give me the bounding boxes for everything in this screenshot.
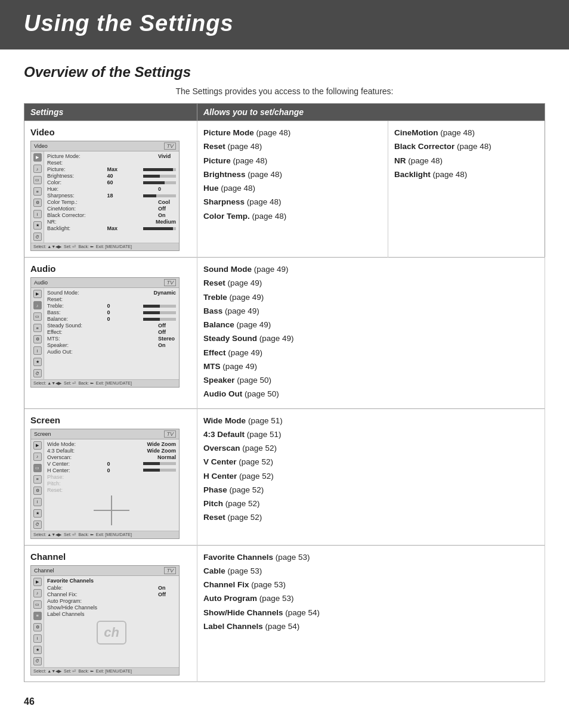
- tv-screen-reset-row: Reset:: [47, 487, 176, 493]
- table-row-video: Video Video TV ▶ ♪ ▭ ≡: [24, 121, 545, 258]
- video-features-col1: Picture Mode (page 48) Reset (page 48) P…: [197, 121, 388, 258]
- tv-bass-row: Bass: 0: [47, 309, 176, 315]
- tv-vcenter-bar: [143, 462, 176, 465]
- audio-icon-channel: ≡: [33, 324, 42, 332]
- channel-tv-label: TV: [164, 567, 176, 574]
- tv-bass-value: 0: [107, 309, 125, 315]
- tv-blackcorrector-value: On: [158, 212, 176, 218]
- icon-timer: ⏱: [33, 233, 42, 241]
- tv-mts-row: MTS: Stereo: [47, 336, 176, 342]
- tv-bass-bar: [143, 311, 176, 314]
- feature-phase: Phase (page 52): [203, 484, 539, 496]
- feature-43-default: 4:3 Default (page 51): [203, 429, 539, 441]
- tv-channelfix-value: Off: [158, 591, 176, 597]
- page-title: Using the Settings: [24, 11, 234, 36]
- icon-setup: ⚙: [33, 199, 42, 207]
- tv-picture-bar: [143, 168, 176, 171]
- screen-icon-audio: ♪: [33, 453, 42, 461]
- icon-screen: ▭: [33, 176, 42, 184]
- audio-icon-timer: ⏱: [33, 369, 42, 377]
- feature-auto-program: Auto Program (page 53): [203, 593, 539, 605]
- audio-label: Audio: [30, 264, 191, 274]
- icon-channel: ≡: [33, 187, 42, 196]
- tv-treble-row: Treble: 0: [47, 303, 176, 309]
- tv-fav-channels-header: Favorite Channels: [47, 578, 176, 584]
- channel-icon-screen: ▭: [33, 600, 42, 609]
- feature-cable: Cable (page 53): [203, 565, 539, 577]
- tv-fav-label: Favorite Channels: [47, 578, 94, 584]
- channel-tv-mockup: Channel TV ▶ ♪ ▭ ≡ ⚙ i ★: [30, 565, 180, 676]
- feature-overscan: Overscan (page 52): [203, 442, 539, 454]
- tv-showhide-label: Show/Hide Channels: [47, 605, 97, 611]
- tv-picture-label: Picture:: [47, 166, 89, 172]
- tv-blackcorrector-row: Black Corrector: On: [47, 212, 176, 218]
- audio-mockup-title: Audio: [34, 280, 48, 286]
- intro-text: The Settings provides you access to the …: [24, 86, 545, 96]
- feature-vcenter: V Center (page 52): [203, 456, 539, 468]
- screen-icon-setup: ⚙: [33, 487, 42, 495]
- feature-show-hide-channels: Show/Hide Channels (page 54): [203, 607, 539, 619]
- video-mockup-title: Video: [34, 143, 48, 149]
- tv-channelfix-row: Channel Fix: Off: [47, 591, 176, 597]
- settings-table: Settings Allows you to set/change Video …: [24, 103, 545, 682]
- tv-effect-row: Effect: Off: [47, 329, 176, 335]
- tv-treble-label: Treble:: [47, 303, 89, 309]
- channel-mockup-footer: Select: ▲▼◀▶ Set: ⏎ Back: ⬅ Exit: [MENU/…: [31, 667, 179, 675]
- icon-audio: ♪: [33, 165, 42, 173]
- feature-brightness: Brightness (page 48): [203, 169, 382, 181]
- tv-steadysound-value: Off: [158, 323, 176, 329]
- tv-audioout-row: Audio Out:: [47, 349, 176, 355]
- tv-soundmode-label: Sound Mode:: [47, 290, 89, 296]
- tv-audio-reset-row: Reset:: [47, 296, 176, 302]
- channel-icon-info: i: [33, 634, 42, 643]
- tv-nr-value: Medium: [156, 219, 176, 225]
- tv-treble-bar: [143, 305, 176, 308]
- tv-channelfix-label: Channel Fix:: [47, 591, 89, 597]
- tv-balance-bar: [143, 318, 176, 321]
- tv-vcenter-row: V Center: 0: [47, 461, 176, 467]
- screen-mockup-content: Wide Mode: Wide Zoom 4:3 Default: Wide Z…: [44, 439, 179, 531]
- feature-backlight: Backlight (page 48): [394, 169, 539, 181]
- audio-tv-mockup: Audio TV ▶ ♪ ▭ ≡ ⚙ i ★: [30, 277, 180, 388]
- tv-cable-row: Cable: On: [47, 585, 176, 591]
- audio-icon-fav: ★: [33, 358, 42, 366]
- feature-reset-video: Reset (page 48): [203, 141, 382, 153]
- screen-icon-timer: ⏱: [33, 521, 42, 529]
- tv-overscan-row: Overscan: Normal: [47, 454, 176, 460]
- tv-labelchannels-label: Label Channels: [47, 611, 89, 617]
- tv-brightness-value: 40: [107, 173, 125, 179]
- feature-color-temp: Color Temp. (page 48): [203, 210, 382, 222]
- channel-mockup-title: Channel: [34, 568, 54, 574]
- audio-mockup-icons: ▶ ♪ ▭ ≡ ⚙ i ★ ⏱: [31, 288, 44, 379]
- tv-43default-label: 4:3 Default:: [47, 448, 89, 454]
- icon-info: i: [33, 210, 42, 218]
- tv-hue-value: 0: [158, 186, 176, 192]
- tv-backlight-bar: [143, 227, 176, 230]
- tv-color-row: Color: 60: [47, 179, 176, 185]
- screen-cross-graphic: [94, 495, 129, 525]
- tv-43default-row: 4:3 Default: Wide Zoom: [47, 448, 176, 454]
- channel-icon-fav: ★: [33, 646, 42, 654]
- page-number: 46: [24, 696, 545, 707]
- video-features-col2: CineMotion (page 48) Black Corrector (pa…: [388, 121, 545, 258]
- tv-backlight-value: Max: [107, 225, 125, 231]
- feature-effect: Effect (page 49): [203, 347, 539, 359]
- tv-showhide-row: Show/Hide Channels: [47, 605, 176, 611]
- tv-hcenter-value: 0: [107, 467, 125, 473]
- header-bar: Using the Settings: [0, 0, 569, 49]
- feature-sound-mode: Sound Mode (page 49): [203, 264, 539, 275]
- video-mockup-footer: Select: ▲▼◀▶ Set: ⏎ Back: ⬅ Exit: [MENU/…: [31, 243, 179, 250]
- audio-icon-screen: ▭: [33, 312, 42, 321]
- tv-brightness-label: Brightness:: [47, 173, 89, 179]
- tv-backlight-row: Backlight: Max: [47, 225, 176, 231]
- tv-mts-value: Stereo: [158, 336, 176, 342]
- tv-nr-row: NR: Medium: [47, 219, 176, 225]
- channel-icon-video: ▶: [33, 578, 42, 586]
- tv-sharpness-row: Sharpness: 18: [47, 193, 176, 199]
- screen-icon-video: ▶: [33, 441, 42, 450]
- tv-autoprogram-row: Auto Program:: [47, 598, 176, 604]
- tv-screen-reset-label: Reset:: [47, 487, 89, 493]
- tv-blackcorrector-label: Black Corrector:: [47, 212, 89, 218]
- feature-mts: MTS (page 49): [203, 361, 539, 373]
- tv-hue-row: Hue: 0: [47, 186, 176, 192]
